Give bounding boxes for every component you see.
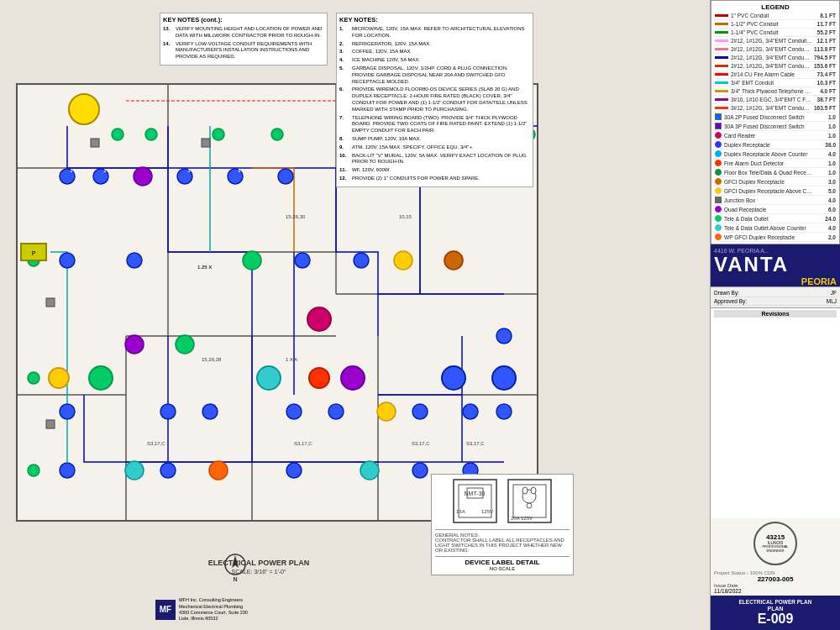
- svg-text:1: 1: [70, 168, 72, 173]
- legend-item: Junction Box 4.0: [713, 196, 837, 205]
- note-item-10: 10. BACK-LIT "V" MURAL, 120V, 5A MAX. VE…: [339, 153, 530, 166]
- legend-item: WP GFCI Duplex Receptacle 2.0: [713, 233, 837, 242]
- svg-point-22: [278, 169, 293, 184]
- svg-point-55: [257, 366, 281, 390]
- sheet-info-block: ELECTRICAL POWER PLAN PLAN E-009: [711, 596, 840, 630]
- legend-value: 4.0: [817, 197, 836, 203]
- company-location: PEORIA: [714, 276, 837, 286]
- legend-value: 1.0: [817, 170, 836, 176]
- legend-value: 8.1 FT: [817, 13, 836, 18]
- svg-rect-88: [91, 139, 99, 147]
- svg-point-42: [496, 404, 512, 419]
- general-notes: GENERAL NOTES: CONTRACTOR SHALL LABEL AL…: [435, 529, 570, 553]
- note-item-11: 11. WF, 120V, 600W.: [339, 167, 530, 174]
- revisions-title: Revisions: [714, 310, 837, 318]
- svg-point-31: [60, 463, 75, 478]
- svg-point-51: [360, 461, 379, 480]
- legend-label: Floor Box Tele/Data & Quad Receptacle: [724, 170, 813, 176]
- legend-value: 1.0: [817, 123, 836, 129]
- legend-item: Quad Receptacle 6.0: [713, 205, 837, 214]
- svg-text:NMT-30: NMT-30: [465, 491, 486, 496]
- svg-point-110: [527, 503, 532, 508]
- svg-text:1.25 X: 1.25 X: [197, 265, 212, 270]
- legend-value: 3.0: [817, 179, 836, 185]
- svg-point-33: [202, 404, 218, 419]
- svg-point-40: [412, 463, 428, 478]
- device-detail-subtitle: NO SCALE: [435, 566, 570, 571]
- svg-point-45: [243, 251, 261, 270]
- legend-item: Tele & Data Outlet 24.0: [713, 214, 837, 223]
- legend-value: 4.0: [817, 151, 836, 157]
- svg-text:15,26,28: 15,26,28: [202, 357, 222, 362]
- legend-label: 2#14 CU Fire Alarm Cable: [731, 71, 813, 77]
- legend-item: 2#12, 1#12G, 3/4"EMT Conduit Receptacle.…: [713, 54, 837, 62]
- svg-point-65: [271, 129, 283, 140]
- note-item-1: 1. MICROWAVE, 120V, 15A MAX. REFER TO AR…: [339, 26, 530, 39]
- legend-item: 30A 2P Fused Disconnect Switch 1.0: [713, 113, 837, 122]
- main-container: 1 2 3 5 7 9 11 1.25 X 15,26,30 10,15 15,…: [0, 0, 840, 630]
- svg-text:ELECTRICAL POWER PLAN: ELECTRICAL POWER PLAN: [208, 559, 309, 567]
- svg-point-109: [531, 487, 536, 494]
- svg-point-58: [49, 368, 69, 388]
- mf-logo: MF MFH Inc. Consulting EngineersMechanic…: [155, 597, 248, 622]
- note-item-14: 14. VERIFY LOW-VOLTAGE CONDUIT REQUIREME…: [163, 41, 324, 60]
- note-item-8: 8. SUMP PUMP, 120V, 10A MAX.: [339, 136, 530, 143]
- svg-point-18: [60, 253, 75, 268]
- legend-item: GFCI Duplex Receptacle Above Conter 5.0: [713, 186, 837, 196]
- sheet-plan: PLAN: [714, 606, 837, 612]
- legend-label: 1-1/2" PVC Conduit: [731, 21, 813, 27]
- legend-item: 3#10, 1#10 EGC, 3/4"EMT C For Mechanical…: [713, 96, 837, 104]
- svg-point-52: [377, 402, 396, 421]
- note-item-12: 12. PROVIDE (2) 1" CONDUITS FOR POWER AN…: [339, 176, 530, 182]
- stamp-area: 43215 ILLINOIS PROFESSIONALENGINEER: [711, 518, 840, 569]
- legend-value: 4.0 FT: [817, 88, 836, 94]
- legend-title: LEGEND: [713, 3, 837, 12]
- note-item-3: 3. COFFEE, 120V, 15A MAX.: [339, 49, 530, 55]
- legend-item: Duplex Receptacle 38.0: [713, 140, 837, 150]
- legend-value: 113.8 FT: [814, 46, 836, 52]
- legend-label: 3/4" Thick Plywood Telephone Board: [731, 88, 813, 94]
- key-notes-box: KEY NOTES: 1. MICROWAVE, 120V, 15A MAX. …: [336, 13, 533, 187]
- legend-value: 11.7 FT: [817, 21, 836, 27]
- legend-item: 3#12, 1#12G, 3/4"EMT Conduit Receptacle.…: [713, 104, 837, 113]
- svg-point-64: [213, 129, 224, 140]
- legend-label: WP GFCI Duplex Receptacle: [724, 234, 813, 240]
- svg-text:S3,17,C: S3,17,C: [412, 441, 430, 446]
- legend-value: 153.6 FT: [814, 63, 836, 69]
- legend-value: 1.0: [817, 133, 836, 139]
- legend-label: Duplex Receptacle Above Counter: [724, 151, 813, 157]
- key-notes-cont-box: KEY NOTES (cont.): 13. VERIFY MOUNTING H…: [160, 13, 328, 66]
- legend-value: 1.0: [817, 114, 836, 120]
- note-item-13: 13. VERIFY MOUNTING HEIGHT AND LOCATION …: [163, 26, 324, 39]
- legend-value: 73.4 FT: [817, 71, 836, 77]
- info-block: Drawn By: JF Approved By: MLJ: [711, 286, 840, 307]
- svg-point-50: [125, 461, 144, 480]
- svg-point-56: [341, 366, 365, 390]
- legend-item: 2#12, 1#12G, 3/4"EMT Conduit Receptacle.…: [713, 62, 837, 71]
- svg-point-38: [412, 404, 428, 419]
- note-item-4: 4. ICE MACHINE 120V, 5A MAX.: [339, 57, 530, 64]
- legend-label: 2#12, 1#12G, 3/4"EMT Conduit Receptacle.…: [731, 55, 810, 60]
- svg-text:1 X A: 1 X A: [286, 357, 297, 362]
- svg-text:15,26,30: 15,26,30: [286, 214, 306, 219]
- svg-point-49: [176, 335, 194, 354]
- legend-label: Card Reader: [724, 133, 813, 139]
- svg-point-32: [160, 404, 176, 419]
- device-detail-box: NMT-30 15A 125V 20A 125V GENERAL NOTES: …: [431, 474, 574, 575]
- svg-point-34: [160, 463, 176, 478]
- svg-point-30: [60, 404, 75, 419]
- legend-item: 1-1/4" PVC Conduit 55.2 FT: [713, 29, 837, 37]
- legend-value: 24.0: [817, 216, 836, 222]
- legend-value: 1.0: [817, 160, 836, 166]
- legend-items-container: 1" PVC Conduit 8.1 FT 1-1/2" PVC Conduit…: [713, 12, 837, 242]
- legend-label: GFCI Duplex Receptacle Above Conter: [724, 188, 813, 194]
- svg-point-26: [354, 253, 369, 268]
- legend-item: 1-1/2" PVC Conduit 11.7 FT: [713, 20, 837, 29]
- svg-text:SCALE: 3/16" = 1'-0": SCALE: 3/16" = 1'-0": [232, 569, 286, 575]
- note-item-7: 7. TELEPHONE WIRING BOARD (TWO): PROVIDE…: [339, 115, 530, 134]
- legend-value: 38.0: [817, 142, 836, 148]
- svg-point-59: [442, 366, 465, 390]
- legend-value: 10.3 FT: [817, 80, 836, 86]
- svg-point-54: [307, 307, 331, 331]
- note-item-9: 9. ATM, 120V, 15A MAX. SPECIFY, OFFICE E…: [339, 144, 530, 151]
